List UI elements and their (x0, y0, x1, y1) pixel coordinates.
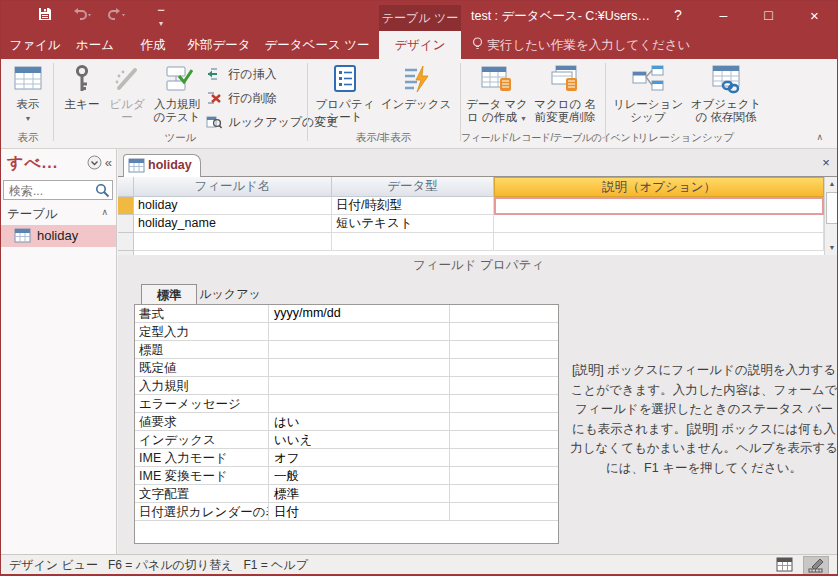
document-area: holiday × フィールド名 データ型 説明（オプション） holiday … (118, 149, 838, 554)
row-selector[interactable] (118, 233, 134, 251)
primary-key-button[interactable]: 主キー (60, 62, 104, 134)
scrollbar-thumb[interactable] (826, 192, 838, 224)
status-text: デザイン ビュー F6 = パネルの切り替え F1 = ヘルプ (9, 555, 308, 576)
contextual-tab-table-tools[interactable]: テーブル ツール (379, 5, 461, 31)
design-view-button[interactable] (803, 556, 829, 575)
description-cell-focused[interactable] (494, 197, 824, 215)
test-validation-rules-button[interactable]: 入力規則のテスト (150, 62, 204, 134)
nav-menu-icon[interactable] (87, 157, 102, 169)
property-row[interactable]: 標題 (135, 341, 558, 359)
empty-type-cell[interactable] (332, 233, 494, 251)
property-row[interactable]: IME 入力モードオフ (135, 449, 558, 467)
lookup-magnifier-icon (206, 115, 225, 129)
data-type-cell[interactable]: 短いテキスト (332, 215, 494, 233)
empty-description-cell[interactable] (494, 233, 824, 251)
nav-search-box (3, 180, 113, 200)
title-bar: ▔▾ テーブル ツール test : データベース- C:¥Users… ? –… (1, 1, 837, 31)
insert-rows-button[interactable]: 行の挿入 (206, 63, 277, 85)
collapse-ribbon-icon[interactable]: ∧ (816, 132, 823, 142)
datasheet-view-icon (6, 62, 50, 98)
property-row[interactable]: 入力規則 (135, 377, 558, 395)
property-row[interactable]: 定型入力 (135, 323, 558, 341)
tab-file[interactable]: ファイル (9, 31, 61, 59)
property-row[interactable]: 既定値 (135, 359, 558, 377)
undo-icon[interactable] (69, 6, 93, 26)
property-tab-general[interactable]: 標準 (141, 284, 197, 305)
property-sheet-button[interactable]: プロパティ シート (314, 62, 376, 134)
relationships-button[interactable]: リレーションシップ (608, 62, 688, 134)
column-header-description[interactable]: 説明（オプション） (494, 177, 824, 197)
delete-rows-icon (206, 91, 225, 105)
maximize-button[interactable]: □ (746, 1, 791, 31)
ribbon-group-views: 表示 ▼ 表示 (3, 59, 53, 148)
property-row[interactable]: IME 変換モード一般 (135, 467, 558, 485)
section-collapse-icon[interactable]: ∧ (101, 207, 108, 217)
nav-section-tables[interactable]: テーブル ∧ (1, 204, 116, 226)
qat-customize-icon[interactable]: ▔▾ (149, 6, 173, 30)
tab-database-tools[interactable]: データベース ツール (259, 31, 375, 59)
row-selector[interactable] (118, 215, 134, 233)
ribbon-group-relationships: リレーションシップ オブジェクトの 依存関係 リレーションシップ (606, 59, 766, 148)
field-name-cell[interactable]: holiday_name (134, 215, 332, 233)
property-row[interactable]: 書式yyyy/mm/dd (135, 305, 558, 323)
property-tab-lookup[interactable]: ルックアップ (198, 284, 262, 305)
group-label-show-hide: 表示/非表示 (308, 131, 459, 145)
property-row[interactable]: インデックスいいえ (135, 431, 558, 449)
ribbon-group-table-events: データ マクロ の作成 ▼ マクロの 名前変更/削除 フィールド/レコード/テー… (461, 59, 604, 148)
document-tab-holiday[interactable]: holiday (123, 154, 201, 177)
property-row[interactable]: 日付選択カレンダーの表示日付 (135, 503, 558, 521)
indexes-button[interactable]: インデックス (380, 62, 452, 134)
datasheet-view-button[interactable] (771, 556, 797, 575)
rename-delete-macro-button[interactable]: マクロの 名前変更/削除 (529, 62, 601, 134)
create-data-macros-button[interactable]: データ マクロ の作成 ▼ (465, 62, 529, 134)
document-close-icon[interactable]: × (818, 155, 834, 171)
close-button[interactable]: × (791, 1, 838, 31)
group-label-table-events: フィールド/レコード/テーブルのイベント (461, 131, 604, 145)
search-icon[interactable] (95, 183, 110, 202)
tab-home[interactable]: ホーム (67, 31, 123, 59)
description-help-text: [説明] ボックスにフィールドの説明を入力することができます。入力した内容は、フ… (570, 361, 838, 478)
nav-pane-title[interactable]: すべ... (7, 153, 58, 174)
redo-icon[interactable] (105, 6, 129, 26)
property-row[interactable]: 値要求はい (135, 413, 558, 431)
search-input[interactable] (7, 182, 97, 200)
tell-me-box[interactable]: 実行したい作業を入力してください (471, 31, 690, 59)
tell-me-label: 実行したい作業を入力してください (487, 38, 690, 52)
column-header-data-type[interactable]: データ型 (332, 177, 494, 197)
column-header-field-name[interactable]: フィールド名 (134, 177, 332, 197)
help-button[interactable]: ? (663, 1, 693, 31)
shutter-bar-close-icon[interactable]: « (105, 155, 112, 170)
tab-design[interactable]: デザイン (379, 31, 461, 59)
group-label-tools: ツール (54, 131, 307, 145)
view-button[interactable]: 表示 ▼ (6, 62, 50, 134)
property-row[interactable]: 文字配置標準 (135, 485, 558, 503)
grid-vertical-scrollbar[interactable]: ▲ ▼ (824, 177, 838, 255)
relationships-icon (608, 62, 688, 98)
property-row[interactable]: エラーメッセージ (135, 395, 558, 413)
description-cell[interactable] (494, 215, 824, 233)
object-dependencies-button[interactable]: オブジェクトの 依存関係 (688, 62, 764, 134)
empty-field-cell[interactable] (134, 233, 332, 251)
data-type-cell[interactable]: 日付/時刻型 (332, 197, 494, 215)
nav-item-label: holiday (37, 228, 78, 243)
nav-item-holiday[interactable]: holiday (1, 225, 116, 247)
ribbon: 表示 ▼ 表示 主キー ビルダー 入力規則のテスト 行の挿入 (1, 59, 837, 149)
dropdown-caret-icon: ▼ (25, 115, 32, 122)
scroll-down-icon[interactable]: ▼ (825, 241, 838, 255)
save-icon[interactable] (33, 6, 57, 26)
builder-button[interactable]: ビルダー (104, 62, 150, 134)
access-window: ▔▾ テーブル ツール test : データベース- C:¥Users… ? –… (0, 0, 838, 576)
field-name-cell[interactable]: holiday (134, 197, 332, 215)
scroll-up-icon[interactable]: ▲ (825, 177, 838, 191)
window-bottom-border (1, 574, 837, 575)
wand-icon (104, 62, 150, 98)
row-selector[interactable] (118, 251, 134, 255)
insert-rows-icon (206, 67, 225, 81)
field-properties-label: フィールド プロパティ (118, 257, 838, 274)
row-selector-current[interactable] (118, 197, 134, 215)
minimize-button[interactable]: – (701, 1, 746, 31)
navigation-pane: すべ... « テーブル ∧ holiday (1, 149, 117, 554)
tab-create[interactable]: 作成 (129, 31, 177, 59)
tab-external-data[interactable]: 外部データ (181, 31, 257, 59)
delete-rows-button[interactable]: 行の削除 (206, 87, 277, 109)
